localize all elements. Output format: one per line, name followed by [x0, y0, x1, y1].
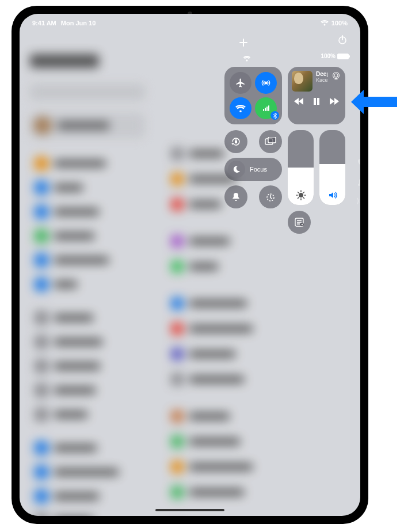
controls-left-stack: Focus: [224, 130, 282, 251]
svg-point-1: [265, 82, 268, 85]
silent-mode-button[interactable]: [224, 185, 247, 208]
cellular-toggle[interactable]: [253, 96, 279, 121]
svg-rect-4: [314, 98, 316, 105]
airplane-icon: [235, 78, 246, 88]
track-title: Deeper Well: [316, 71, 327, 77]
controls-right-stack: [288, 130, 345, 251]
battery-icon: [337, 54, 349, 59]
now-playing-tile[interactable]: Deeper Well Kacey Musgrave: [288, 67, 345, 124]
album-art: [292, 71, 312, 92]
volume-icon: [327, 190, 338, 200]
airplay-icon[interactable]: [331, 71, 341, 81]
timer-button[interactable]: [259, 185, 282, 208]
previous-track-button[interactable]: [294, 98, 303, 105]
music-icon[interactable]: [358, 178, 361, 186]
ipad-device-frame: 9:41 AM Mon Jun 10 100% 100%: [12, 6, 368, 524]
airplane-mode-toggle[interactable]: [228, 70, 253, 96]
battery-indicator: 100%: [321, 53, 349, 59]
connectivity-group[interactable]: [224, 67, 282, 124]
orientation-lock-icon: [230, 136, 242, 147]
track-artist: Kacey Musgrave: [316, 77, 327, 83]
callout-arrow: [351, 90, 397, 114]
play-pause-button[interactable]: [312, 97, 321, 105]
screen-mirroring-icon: [265, 137, 276, 146]
cellular-bars-icon: [263, 105, 269, 111]
status-wifi-icon: [321, 20, 329, 26]
timer-icon: [265, 192, 276, 202]
bell-icon: [231, 192, 241, 202]
ipad-screen: 9:41 AM Mon Jun 10 100% 100%: [20, 14, 360, 516]
status-date: Mon Jun 10: [61, 20, 96, 26]
control-center: Deeper Well Kacey Musgrave: [224, 67, 352, 251]
svg-rect-8: [268, 137, 276, 143]
focus-label: Focus: [250, 166, 267, 173]
brightness-slider[interactable]: [288, 130, 314, 205]
wifi-icon: [235, 104, 246, 113]
focus-button[interactable]: Focus: [224, 158, 282, 181]
hotspot-icon[interactable]: [357, 197, 360, 204]
svg-rect-5: [317, 98, 319, 105]
wifi-toggle[interactable]: [228, 96, 253, 121]
volume-slider[interactable]: [319, 130, 345, 205]
airdrop-icon: [260, 77, 272, 89]
heart-icon[interactable]: [357, 159, 360, 166]
bluetooth-toggle[interactable]: [270, 111, 279, 120]
status-time: 9:41 AM: [32, 20, 56, 26]
power-icon[interactable]: [337, 35, 348, 45]
status-bar: 9:41 AM Mon Jun 10 100%: [20, 20, 360, 26]
control-center-side-icons: [357, 159, 360, 204]
quick-note-icon: [294, 217, 304, 227]
control-center-add-icon[interactable]: [239, 38, 248, 47]
airdrop-toggle[interactable]: [253, 70, 279, 96]
context-wifi-icon: [243, 55, 251, 62]
next-track-button[interactable]: [330, 98, 339, 105]
bluetooth-icon: [273, 113, 277, 119]
quick-note-button[interactable]: [288, 211, 311, 234]
svg-point-10: [299, 193, 303, 197]
status-battery-text: 100%: [331, 20, 348, 26]
brightness-icon: [296, 190, 306, 200]
screen-mirroring-button[interactable]: [259, 130, 282, 153]
svg-point-3: [334, 74, 338, 77]
orientation-lock-button[interactable]: [224, 130, 247, 153]
moon-icon: [233, 165, 241, 173]
svg-rect-6: [235, 140, 237, 143]
home-indicator[interactable]: [155, 509, 224, 511]
